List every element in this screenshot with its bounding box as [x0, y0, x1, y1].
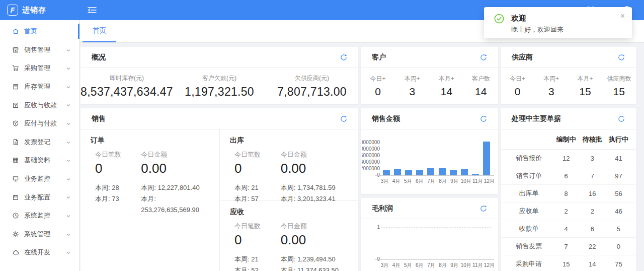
- sidebar-item-inventory[interactable]: 库存管理: [0, 78, 79, 96]
- table-row[interactable]: 采购申请151475: [501, 255, 636, 271]
- stat-label: 本月+: [569, 75, 602, 83]
- bar[interactable]: [405, 170, 412, 175]
- bar[interactable]: [461, 169, 468, 175]
- success-check-icon: [494, 14, 504, 24]
- sidebar-item-pay[interactable]: 应付与付款: [0, 114, 79, 133]
- sidebar-item-gear[interactable]: 系统管理: [0, 225, 79, 244]
- doc-type-cell: 应收单: [505, 207, 553, 216]
- sales-right-column: 出库今日笔数0本周: 21本月: 57今日金额0.00本周: 1,734,781…: [220, 129, 359, 271]
- menu-fold-icon[interactable]: [88, 6, 97, 14]
- toast-title: 欢迎: [511, 14, 526, 23]
- refresh-icon[interactable]: [618, 54, 625, 61]
- sales-section: 应收今日笔数0本周: 21本月: 52今日金额0.00本周: 1,239,494…: [220, 200, 359, 271]
- stat-item: 客户数14: [464, 75, 498, 98]
- table-row[interactable]: 应收单2246: [501, 202, 636, 220]
- bar[interactable]: [416, 170, 423, 175]
- refresh-icon[interactable]: [340, 115, 347, 122]
- doc-count-cell: 0: [605, 243, 631, 250]
- table-row[interactable]: 销售订单6797: [501, 167, 636, 185]
- doc-count-cell: 46: [605, 208, 631, 215]
- x-axis-tick: 7月: [425, 262, 437, 269]
- doc-type-cell: 采购申请: [505, 259, 553, 268]
- sidebar-item-home[interactable]: 首页: [0, 22, 79, 41]
- stat-value: 7,807,713.00: [266, 85, 358, 99]
- today-count-label: 今日笔数: [234, 222, 281, 231]
- table-row[interactable]: 销售发票7220: [501, 238, 636, 255]
- bar[interactable]: [383, 170, 390, 175]
- sidebar-item-table[interactable]: 基础资料: [0, 151, 79, 170]
- stat-label: 本周+: [395, 75, 429, 83]
- tab-home[interactable]: 首页: [83, 20, 116, 42]
- x-axis-tick: 10月: [460, 262, 472, 269]
- receive-icon: [12, 102, 19, 109]
- home-icon: [12, 28, 19, 35]
- stat-value: 0: [501, 86, 534, 98]
- gridline: [381, 227, 491, 228]
- stat-value: 14: [464, 86, 498, 98]
- x-axis-tick: 8月: [437, 178, 448, 185]
- sidebar-item-receive[interactable]: 应收与收款: [0, 96, 79, 114]
- doc-count-cell: 8: [553, 190, 579, 197]
- app-logo[interactable]: F 进销存: [7, 5, 46, 16]
- table-row[interactable]: 收款单465: [501, 220, 636, 238]
- today-count-value: 0: [95, 161, 141, 176]
- x-axis-tick: 8月: [437, 262, 448, 269]
- refresh-icon[interactable]: [480, 54, 487, 61]
- refresh-icon[interactable]: [480, 115, 487, 122]
- bars: [381, 143, 492, 175]
- customers-card: 客户 今日+0本周+3本月+14客户数14: [361, 47, 498, 104]
- sidebar-item-label: 销售管理: [24, 45, 50, 54]
- overview-card: 概况 即时库存(元)8,537,437,634.47客户欠款(元)1,197,3…: [80, 47, 358, 104]
- card-title: 销售金额: [372, 114, 400, 123]
- doc-count-cell: 41: [605, 155, 631, 162]
- pending-docs-card: 处理中主要单据 编制中待核批执行中销售报价12341销售订单6797出库单816…: [501, 108, 636, 271]
- stat-value: 8,537,437,634.47: [80, 85, 173, 99]
- monitor-icon: [12, 175, 19, 182]
- doc-type-cell: 销售报价: [505, 154, 553, 163]
- y-axis-tick: 2000000: [362, 166, 380, 171]
- today-amount-label: 今日金额: [281, 222, 354, 231]
- today-count-label: 今日笔数: [95, 150, 141, 159]
- x-axis-labels: 3月4月5月6月7月8月9月10月11月12月: [379, 262, 495, 269]
- today-amount-value: 0.00: [281, 161, 354, 176]
- x-axis-line: [375, 259, 494, 260]
- sidebar-item-shop[interactable]: 销售管理: [0, 41, 79, 59]
- sidebar-item-cart[interactable]: 采购管理: [0, 59, 79, 78]
- sales-card: 销售 订单今日笔数0本周: 28本月: 73今日金额0.00本周: 12,227…: [80, 108, 358, 271]
- refresh-icon[interactable]: [618, 115, 625, 122]
- bar[interactable]: [394, 169, 401, 175]
- bar-slot: [481, 142, 492, 175]
- bar[interactable]: [439, 168, 446, 175]
- bar[interactable]: [427, 168, 434, 175]
- sidebar-item-label: 系统监控: [24, 211, 50, 220]
- card-title: 处理中主要单据: [512, 114, 561, 123]
- stat-label: 供应商数: [602, 75, 636, 83]
- sidebar-item-cloud[interactable]: 在线开发: [0, 243, 79, 262]
- gear-icon: [12, 231, 19, 238]
- bar[interactable]: [450, 170, 457, 175]
- sales-orders-column: 订单今日笔数0本周: 28本月: 73今日金额0.00本周: 12,227,80…: [80, 129, 220, 271]
- sidebar-item-config[interactable]: 业务配置: [0, 188, 79, 207]
- refresh-icon[interactable]: [480, 205, 487, 212]
- bar[interactable]: [472, 174, 479, 175]
- stat-item: 客户欠款(元)1,197,321.50: [173, 74, 266, 99]
- sidebar-item-label: 首页: [24, 27, 37, 36]
- section-title: 出库: [230, 136, 354, 145]
- stat-value: 3: [534, 86, 568, 98]
- sidebar-item-label: 应付与付款: [24, 119, 57, 128]
- stat-label: 本周+: [534, 75, 568, 83]
- table-row[interactable]: 销售报价12341: [501, 150, 636, 167]
- toast-close-icon[interactable]: ×: [620, 12, 625, 20]
- sidebar-item-gauge[interactable]: 系统监控: [0, 207, 79, 225]
- refresh-icon[interactable]: [340, 54, 347, 61]
- sidebar-item-invoice[interactable]: 发票登记: [0, 133, 79, 152]
- doc-count-cell: 2: [579, 208, 605, 215]
- week-month-counts: 本周: 21本月: 52: [234, 254, 281, 271]
- bar[interactable]: [483, 142, 490, 175]
- stat-value: 14: [430, 86, 464, 98]
- x-axis-tick: 10月: [460, 178, 472, 185]
- today-amount-value: 0.00: [281, 232, 354, 248]
- table-row[interactable]: 出库单81656: [501, 185, 636, 202]
- sidebar-item-monitor[interactable]: 业务监控: [0, 170, 79, 188]
- sidebar-item-label: 库存管理: [24, 82, 50, 91]
